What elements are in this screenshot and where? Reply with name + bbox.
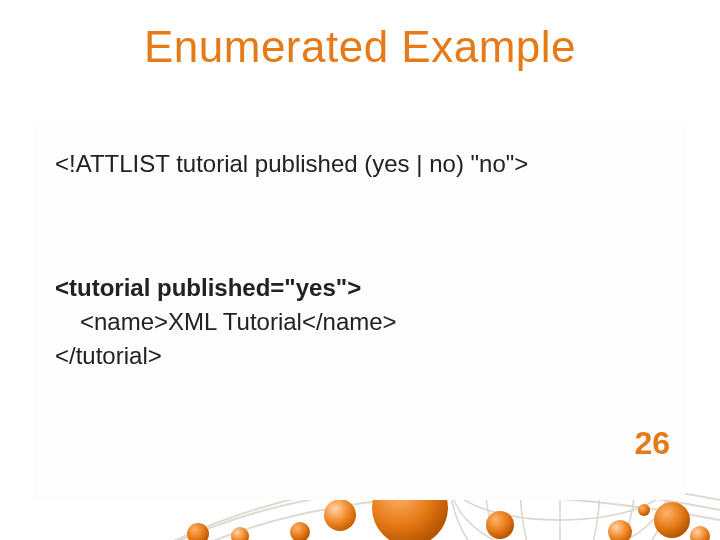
- slide-title: Enumerated Example: [0, 22, 720, 72]
- svg-point-9: [324, 499, 356, 531]
- slide: Enumerated Example <!ATTLIST tutorial pu…: [0, 0, 720, 540]
- svg-point-14: [608, 520, 632, 540]
- code-attlist-line: <!ATTLIST tutorial published (yes | no) …: [55, 150, 528, 178]
- svg-point-11: [231, 527, 249, 540]
- svg-point-16: [690, 526, 710, 540]
- svg-point-12: [187, 523, 209, 540]
- svg-point-13: [486, 511, 514, 539]
- code-close-tag: </tutorial>: [55, 342, 162, 370]
- svg-point-17: [638, 504, 650, 516]
- svg-point-15: [654, 502, 690, 538]
- code-open-tag: <tutorial published="yes">: [55, 274, 361, 302]
- svg-point-10: [290, 522, 310, 540]
- code-child-tag: <name>XML Tutorial</name>: [80, 308, 397, 336]
- page-number: 26: [634, 425, 670, 462]
